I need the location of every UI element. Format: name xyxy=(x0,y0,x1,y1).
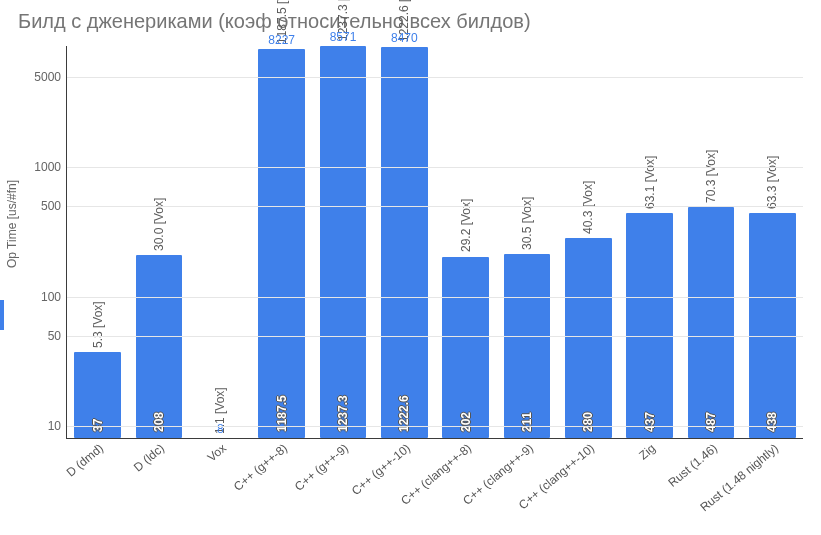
bar-inner-label: 280 xyxy=(581,412,595,432)
grid-line xyxy=(67,206,803,207)
bar-slot: 63.3 [Vox]438 xyxy=(742,46,803,438)
y-tick-label: 10 xyxy=(48,419,61,433)
bar-inner-label: 37 xyxy=(91,419,105,432)
x-axis-labels: D (dmd)D (ldc)VoxC++ (g++-8)C++ (g++-9)C… xyxy=(66,439,803,531)
bar: 84701222.6 xyxy=(381,47,428,438)
y-tick-label: 100 xyxy=(41,290,61,304)
grid-line xyxy=(67,426,803,427)
bar-slot: 1222.6 [Vox]84701222.6 xyxy=(374,46,435,438)
bar-inner-label: 208 xyxy=(152,412,166,432)
bar-top-label: 8 xyxy=(217,422,224,436)
bar-slot: 1187.5 [Vox]82271187.5 xyxy=(251,46,312,438)
y-axis-label: Op Time [us/#fn] xyxy=(5,179,19,267)
bar-slot: 1237.3 [Vox]85711237.3 xyxy=(312,46,373,438)
bar-secondary-label: 70.3 [Vox] xyxy=(704,149,718,202)
x-tick-label: Zig xyxy=(637,441,659,462)
bar: 82271187.5 xyxy=(258,49,305,439)
bar-slot: 30.5 [Vox]211 xyxy=(496,46,557,438)
x-tick-label: Vox xyxy=(204,441,228,465)
bar-top-label: 8571 xyxy=(330,30,357,44)
y-tick-label: 500 xyxy=(41,199,61,213)
bar: 487 xyxy=(688,207,735,438)
plot-area: 5.3 [Vox]3730.0 [Vox]2081.1 [Vox]81187.5… xyxy=(66,46,803,439)
decorative-side-stub xyxy=(0,300,4,330)
bar-slot: 30.0 [Vox]208 xyxy=(128,46,189,438)
bar: 202 xyxy=(442,257,489,438)
bar-inner-label: 438 xyxy=(765,412,779,432)
bar-top-label: 8470 xyxy=(391,31,418,45)
x-tick-label: C++ (g++-9) xyxy=(292,441,351,494)
bar-secondary-label: 63.3 [Vox] xyxy=(765,155,779,208)
bar: 208 xyxy=(136,255,183,438)
chart-title: Билд с дженериками (коэф относительно вс… xyxy=(18,10,809,33)
bar-slot: 29.2 [Vox]202 xyxy=(435,46,496,438)
bar-slot: 70.3 [Vox]487 xyxy=(680,46,741,438)
grid-line xyxy=(67,77,803,78)
grid-line xyxy=(67,336,803,337)
bar-inner-label: 202 xyxy=(459,412,473,432)
bar-inner-label: 487 xyxy=(704,412,718,432)
bar-secondary-label: 63.1 [Vox] xyxy=(643,155,657,208)
bar-top-label: 8227 xyxy=(268,33,295,47)
bar: 438 xyxy=(749,213,796,438)
bar-secondary-label: 30.5 [Vox] xyxy=(520,196,534,249)
bar: 37 xyxy=(74,352,121,438)
bars-layer: 5.3 [Vox]3730.0 [Vox]2081.1 [Vox]81187.5… xyxy=(67,46,803,438)
bar-secondary-label: 5.3 [Vox] xyxy=(91,301,105,348)
bar-inner-label: 211 xyxy=(520,412,534,432)
x-tick-label: D (dmd) xyxy=(63,441,105,480)
x-tick-label: C++ (g++-8) xyxy=(231,441,290,494)
bar: 211 xyxy=(504,254,551,438)
x-tick-label: D (ldc) xyxy=(131,441,167,474)
y-tick-label: 50 xyxy=(48,329,61,343)
bar-slot: 5.3 [Vox]37 xyxy=(67,46,128,438)
bar-inner-label: 437 xyxy=(643,412,657,432)
chart-container: Билд с дженериками (коэф относительно вс… xyxy=(0,0,821,535)
bar-slot: 63.1 [Vox]437 xyxy=(619,46,680,438)
grid-line xyxy=(67,297,803,298)
x-tick-label: Rust (1.46) xyxy=(665,441,719,490)
x-tick-label: C++ (g++-10) xyxy=(349,441,413,498)
bar: 437 xyxy=(626,213,673,438)
y-tick-label: 5000 xyxy=(34,70,61,84)
y-tick-label: 1000 xyxy=(34,160,61,174)
bar-slot: 1.1 [Vox]8 xyxy=(190,46,251,438)
grid-line xyxy=(67,167,803,168)
bar-slot: 40.3 [Vox]280 xyxy=(558,46,619,438)
bar: 280 xyxy=(565,238,612,438)
bar: 85711237.3 xyxy=(320,46,367,438)
